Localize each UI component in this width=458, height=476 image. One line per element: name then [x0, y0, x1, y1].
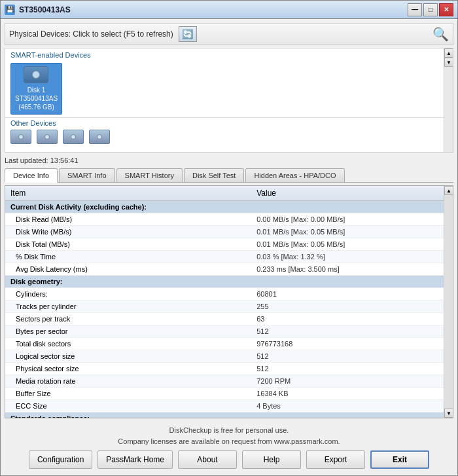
item-cell: Logical sector size: [5, 350, 251, 363]
item-cell: Cylinders:: [5, 288, 251, 301]
item-cell: Sectors per track: [5, 313, 251, 325]
small-hdd-platter-1: [18, 134, 24, 139]
maximize-button[interactable]: □: [423, 3, 438, 16]
footer-line2: Company licenses are available on reques…: [118, 436, 340, 447]
table-row: Cylinders:60801: [5, 288, 453, 301]
table-row: Standards compliance:: [5, 412, 453, 418]
smart-devices-grid: Disk 1 ST3500413AS (465.76 GB): [5, 60, 453, 117]
tab-hidden-areas[interactable]: Hidden Areas - HPA/DCO: [245, 168, 344, 182]
item-cell: Tracks per cylinder: [5, 301, 251, 313]
table-scroll-down[interactable]: ▼: [444, 409, 453, 418]
app-icon: 💾: [5, 5, 15, 15]
exit-button[interactable]: Exit: [370, 450, 429, 469]
table-scroll-area[interactable]: Item Value Current Disk Activity (exclud…: [5, 186, 453, 418]
value-cell: 512: [251, 325, 453, 338]
table-row: Disk geometry:: [5, 276, 453, 288]
other-device-2[interactable]: [37, 130, 58, 144]
value-cell: 976773168: [251, 338, 453, 350]
minimize-button[interactable]: —: [408, 3, 422, 16]
physical-devices-label: Physical Devices: Click to select (F5 to…: [9, 29, 173, 39]
device-info-table: Item Value Current Disk Activity (exclud…: [5, 186, 453, 418]
tab-device-info[interactable]: Device Info: [5, 168, 58, 183]
item-cell: Disk Total (MB/s): [5, 238, 251, 251]
physical-devices-bar: Physical Devices: Click to select (F5 to…: [5, 23, 453, 45]
table-scroll-up[interactable]: ▲: [444, 186, 453, 195]
item-cell: Disk Write (MB/s): [5, 226, 251, 238]
item-cell: Total disk sectors: [5, 338, 251, 350]
table-row: Tracks per cylinder255: [5, 301, 453, 313]
window-controls: — □ ✕: [408, 3, 453, 16]
small-hdd-platter-4: [97, 134, 102, 139]
item-cell: Bytes per sector: [5, 325, 251, 338]
title-bar: 💾 ST3500413AS — □ ✕: [1, 1, 457, 19]
section-label: Standards compliance:: [5, 412, 453, 418]
other-devices-label: Other Devices: [5, 117, 453, 128]
scroll-up-button[interactable]: ▲: [444, 48, 453, 58]
table-row: Physical sector size512: [5, 363, 453, 375]
about-button[interactable]: About: [178, 450, 237, 469]
value-cell: 0.01 MB/s [Max: 0.05 MB/s]: [251, 238, 453, 251]
other-devices-row: [5, 128, 453, 145]
value-cell: 255: [251, 301, 453, 313]
data-table-container: Item Value Current Disk Activity (exclud…: [5, 185, 453, 418]
device-scrollbar[interactable]: ▲ ▼: [444, 48, 453, 152]
table-row: Buffer Size16384 KB: [5, 388, 453, 400]
close-button[interactable]: ✕: [439, 3, 453, 16]
tab-smart-info[interactable]: SMART Info: [59, 168, 115, 182]
disk1-item[interactable]: Disk 1 ST3500413AS (465.76 GB): [10, 63, 62, 115]
value-cell: 0.00 MB/s [Max: 0.00 MB/s]: [251, 213, 453, 226]
other-device-1[interactable]: [10, 130, 31, 144]
tab-smart-history[interactable]: SMART History: [116, 168, 183, 182]
refresh-icon: 🔄: [182, 29, 193, 39]
table-row: Avg Disk Latency (ms)0.233 ms [Max: 3.50…: [5, 263, 453, 276]
footer: DiskCheckup is free for personal use. Co…: [5, 421, 453, 471]
tab-disk-self-test[interactable]: Disk Self Test: [184, 168, 244, 182]
section-label: Current Disk Activity (excluding cache):: [5, 201, 453, 213]
value-cell: 0.01 MB/s [Max: 0.05 MB/s]: [251, 226, 453, 238]
disk1-label: Disk 1 ST3500413AS (465.76 GB): [15, 86, 58, 111]
main-content: Physical Devices: Click to select (F5 to…: [1, 19, 457, 475]
section-label: Disk geometry:: [5, 276, 453, 288]
col-item-header: Item: [5, 186, 251, 201]
table-row: Disk Write (MB/s)0.01 MB/s [Max: 0.05 MB…: [5, 226, 453, 238]
table-scrollbar[interactable]: ▲ ▼: [444, 186, 453, 418]
item-cell: % Disk Time: [5, 251, 251, 263]
item-cell: Buffer Size: [5, 388, 251, 400]
table-row: Total disk sectors976773168: [5, 338, 453, 350]
value-cell: 512: [251, 350, 453, 363]
disk1-icon: [24, 66, 50, 86]
col-value-header: Value: [251, 186, 453, 201]
footer-text: DiskCheckup is free for personal use. Co…: [118, 425, 340, 447]
window-title: ST3500413AS: [19, 5, 408, 14]
value-cell: 7200 RPM: [251, 375, 453, 388]
table-row: % Disk Time0.03 % [Max: 1.32 %]: [5, 251, 453, 263]
table-row: Bytes per sector512: [5, 325, 453, 338]
table-row: Sectors per track63: [5, 313, 453, 325]
value-cell: 16384 KB: [251, 388, 453, 400]
passmark-home-button[interactable]: PassMark Home: [97, 450, 173, 469]
table-row: Current Disk Activity (excluding cache):: [5, 201, 453, 213]
item-cell: Avg Disk Latency (ms): [5, 263, 251, 276]
value-cell: 0.233 ms [Max: 3.500 ms]: [251, 263, 453, 276]
footer-line1: DiskCheckup is free for personal use.: [118, 425, 340, 436]
table-row: ECC Size4 Bytes: [5, 400, 453, 412]
search-icon: 🔍: [432, 26, 449, 42]
small-hdd-platter-3: [71, 134, 76, 139]
value-cell: 63: [251, 313, 453, 325]
table-row: Disk Read (MB/s)0.00 MB/s [Max: 0.00 MB/…: [5, 213, 453, 226]
last-updated: Last updated: 13:56:41: [5, 155, 453, 166]
configuration-button[interactable]: Configuration: [29, 450, 92, 469]
hdd-platter: [32, 71, 40, 79]
value-cell: 0.03 % [Max: 1.32 %]: [251, 251, 453, 263]
footer-buttons: Configuration PassMark Home About Help E…: [29, 450, 429, 469]
export-button[interactable]: Export: [306, 450, 365, 469]
tab-bar: Device Info SMART Info SMART History Dis…: [5, 168, 453, 183]
table-row: Media rotation rate7200 RPM: [5, 375, 453, 388]
other-device-3[interactable]: [63, 130, 84, 144]
help-button[interactable]: Help: [242, 450, 301, 469]
other-device-4[interactable]: [89, 130, 110, 144]
scroll-down-button[interactable]: ▼: [444, 58, 453, 67]
item-cell: ECC Size: [5, 400, 251, 412]
value-cell: 60801: [251, 288, 453, 301]
refresh-button[interactable]: 🔄: [179, 26, 197, 42]
